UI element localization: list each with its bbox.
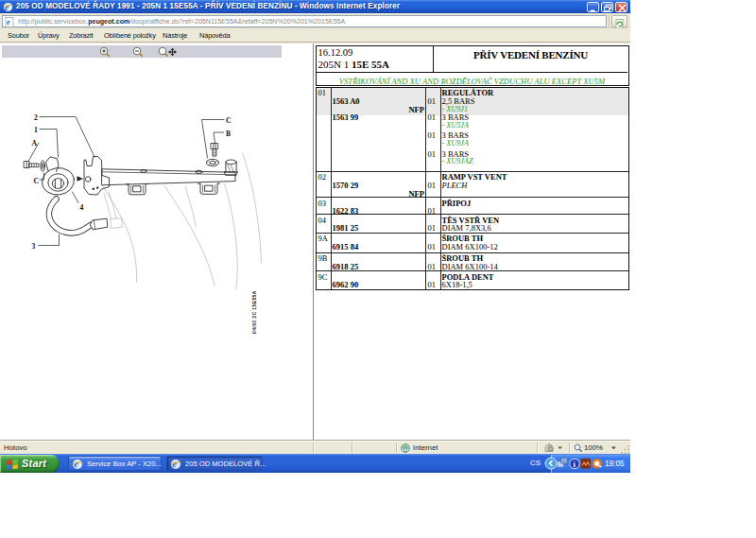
part-line: 02RAMP VST VENT — [317, 173, 628, 182]
page-content: 2 1 A C 4 3 C B 04/93 2C 15E55A 16.12.09 — [0, 43, 630, 440]
resize-grip-icon[interactable] — [621, 444, 630, 454]
task-button-205-od[interactable]: e 205 OD MODELOVÉ Ř... — [166, 456, 263, 471]
task-label: Service Box AP - X20... — [87, 460, 162, 468]
engine-code: - XU9JA — [442, 140, 469, 148]
zoom-pan-icon[interactable] — [159, 47, 176, 56]
callout-a: A — [32, 139, 38, 148]
part-line: 9CPODLA DENT — [317, 273, 628, 282]
diagram-doc-code: 04/93 2C 15E55A — [251, 290, 257, 334]
desktop: e 205 OD MODELOVÉ ŘADY 1991 - 205N 1 15E… — [0, 0, 756, 538]
app-tray-icon[interactable] — [581, 459, 592, 469]
clock[interactable]: 19:05 — [605, 460, 625, 468]
address-field[interactable]: e http://public.servicebox.peugeot.com/d… — [2, 15, 607, 27]
window-title: 205 OD MODELOVÉ ŘADY 1991 - 205N 1 15E55… — [16, 1, 400, 12]
menu-zobrazit[interactable]: Zobrazit — [69, 29, 94, 42]
nfp-flag: NFP — [408, 190, 424, 199]
part-attribute: PLECH — [442, 182, 468, 190]
part-line: NFP- XU9J1 — [317, 106, 628, 114]
menu-upravy[interactable]: Úpravy — [38, 29, 60, 42]
menu-nastroje[interactable]: Nástroje — [163, 29, 187, 42]
part-row-9A: 9AŠROUB TH6915 8401DIAM 6X100-12 — [317, 234, 628, 253]
task-button-servicebox[interactable]: e Service Box AP - X20... — [68, 456, 162, 471]
part-reference: 1622 83 — [333, 207, 359, 215]
nfp-flag: NFP — [408, 106, 424, 114]
part-reference: 6915 84 — [333, 243, 359, 252]
windows-logo-icon — [6, 459, 20, 471]
part-reference: 1981 25 — [333, 224, 359, 233]
part-line: 6962 90016X18-1,5 — [317, 281, 628, 289]
zoom-level-label[interactable]: 100% — [584, 443, 603, 452]
quantity: 01 — [428, 182, 437, 190]
statusbar-separator — [352, 443, 353, 453]
zoom-out-icon[interactable] — [133, 47, 142, 56]
menu-soubor[interactable]: Soubor — [8, 29, 29, 42]
restore-button[interactable] — [601, 2, 613, 12]
zone-label: Internet — [413, 443, 438, 452]
security-report-icon[interactable] — [543, 443, 564, 453]
info-tray-icon[interactable]: i — [570, 459, 579, 468]
part-line: 1622 8301 — [317, 207, 628, 215]
start-button[interactable]: Start — [0, 455, 60, 473]
doc-title: PŘÍV VEDENÍ BENZÍNU — [434, 49, 627, 61]
language-indicator[interactable]: CS — [530, 459, 541, 467]
quantity: 01 — [428, 263, 437, 271]
statusbar-separator — [537, 443, 539, 453]
quantity: 01 — [428, 281, 437, 289]
parts-diagram: 2 1 A C 4 3 C B 04/93 2C 15E55A — [2, 58, 314, 440]
quantity: 01 — [428, 224, 437, 233]
part-row-03: 03PŘIPOJ1622 8301 — [317, 198, 628, 215]
start-label: Start — [22, 458, 46, 469]
quantity: 01 — [428, 131, 437, 140]
callout-2: 2 — [34, 113, 38, 122]
item-number: 02 — [318, 173, 327, 182]
item-number: 9C — [318, 273, 328, 282]
zoom-level-icon[interactable] — [574, 443, 583, 453]
statusbar-separator — [569, 443, 571, 453]
item-number: 01 — [318, 89, 327, 97]
menu-oblibene-polozky[interactable]: Oblíbené položky — [104, 29, 156, 42]
callout-1: 1 — [34, 126, 38, 134]
part-row-9B: 9BŠROUB TH6918 2501DIAM 6X100-14 — [317, 253, 628, 272]
part-reference: 6962 90 — [333, 281, 359, 289]
part-line: 6915 8401DIAM 6X100-12 — [317, 243, 628, 252]
zoom-dropdown-icon[interactable] — [610, 444, 619, 452]
part-line: 013 BARS — [317, 150, 628, 159]
minimize-button[interactable] — [587, 2, 599, 12]
svg-text:e: e — [74, 459, 78, 469]
part-line: 03PŘIPOJ — [317, 200, 628, 208]
zoom-in-icon[interactable] — [100, 47, 109, 56]
quantity: 01 — [428, 207, 437, 215]
part-row-04: 04TĚS VSTŘ VEN1981 2501DIAM 7,8X3,6 — [317, 215, 628, 234]
item-number: 9B — [318, 254, 328, 263]
parts-table: 01REGULÁTOR1563 A0012,5 BARSNFP- XU9J115… — [316, 87, 629, 291]
svg-text:e: e — [172, 459, 177, 469]
part-row-02: 02RAMP VST VENT1570 2901PLECHNFP — [317, 172, 628, 199]
close-button[interactable] — [615, 2, 627, 12]
menu-napoveda[interactable]: Nápověda — [199, 29, 231, 42]
refresh-button[interactable] — [611, 15, 627, 27]
network-tray-icon[interactable] — [558, 458, 568, 467]
messenger-tray-icon[interactable] — [593, 459, 602, 468]
part-attribute: 6X18-1,5 — [442, 281, 472, 289]
part-line: 6918 2501DIAM 6X100-14 — [317, 263, 628, 271]
callout-c-right: C — [226, 116, 231, 125]
internet-zone-icon — [401, 443, 410, 453]
engine-code: - XU9JAZ — [442, 158, 473, 166]
title-bar: e 205 OD MODELOVÉ ŘADY 1991 - 205N 1 15E… — [0, 0, 630, 13]
statusbar-separator — [396, 443, 398, 453]
part-reference: 1570 29 — [333, 182, 359, 190]
callout-4: 4 — [80, 203, 84, 212]
document-header: 16.12.09 205N 1 15E 55A PŘÍV VEDENÍ BENZ… — [316, 45, 629, 86]
part-line: 1981 2501DIAM 7,8X3,6 — [317, 224, 628, 233]
statusbar-separator — [313, 443, 315, 453]
quantity: 01 — [428, 150, 437, 159]
address-bar: e http://public.servicebox.peugeot.com/d… — [0, 13, 630, 28]
item-number: 03 — [318, 200, 327, 208]
panel-divider — [313, 43, 314, 440]
status-bar: Hotovo Internet 100% — [0, 440, 630, 454]
doc-reference: 205N 1 15E 55A — [318, 59, 389, 71]
svg-text:e: e — [7, 18, 10, 26]
hide-icons-icon[interactable] — [544, 457, 558, 470]
callout-b: B — [226, 130, 231, 138]
item-number: 9A — [318, 234, 328, 243]
